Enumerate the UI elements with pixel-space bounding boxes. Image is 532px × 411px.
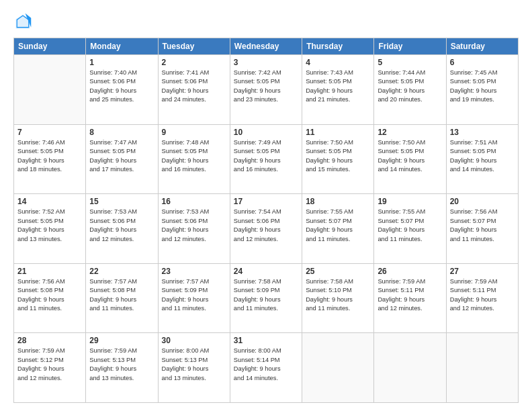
calendar-day-27: 27Sunrise: 7:59 AMSunset: 5:11 PMDayligh…: [446, 263, 518, 333]
day-info: Sunrise: 7:53 AMSunset: 5:06 PMDaylight:…: [89, 208, 154, 244]
day-number: 14: [17, 197, 82, 206]
empty-cell: [302, 333, 374, 403]
weekday-header-sunday: Sunday: [14, 38, 86, 55]
calendar-day-20: 20Sunrise: 7:56 AMSunset: 5:07 PMDayligh…: [446, 194, 518, 264]
day-number: 6: [450, 58, 515, 67]
day-number: 2: [162, 58, 226, 67]
calendar-day-25: 25Sunrise: 7:58 AMSunset: 5:10 PMDayligh…: [302, 263, 374, 333]
empty-cell: [374, 333, 446, 403]
day-info: Sunrise: 7:53 AMSunset: 5:06 PMDaylight:…: [162, 208, 226, 244]
calendar-day-8: 8Sunrise: 7:47 AMSunset: 5:05 PMDaylight…: [86, 124, 158, 194]
day-number: 31: [234, 336, 298, 345]
calendar-day-4: 4Sunrise: 7:43 AMSunset: 5:05 PMDaylight…: [302, 55, 374, 125]
weekday-header-tuesday: Tuesday: [158, 38, 230, 55]
day-info: Sunrise: 7:49 AMSunset: 5:05 PMDaylight:…: [234, 138, 298, 175]
calendar-week-row: 21Sunrise: 7:56 AMSunset: 5:08 PMDayligh…: [14, 263, 519, 333]
day-info: Sunrise: 7:59 AMSunset: 5:12 PMDaylight:…: [17, 347, 82, 383]
calendar-day-26: 26Sunrise: 7:59 AMSunset: 5:11 PMDayligh…: [374, 263, 446, 333]
calendar: SundayMondayTuesdayWednesdayThursdayFrid…: [13, 38, 519, 403]
day-info: Sunrise: 7:56 AMSunset: 5:08 PMDaylight:…: [17, 277, 82, 314]
day-number: 25: [306, 267, 370, 276]
day-number: 3: [234, 58, 298, 67]
day-info: Sunrise: 7:48 AMSunset: 5:05 PMDaylight:…: [162, 138, 226, 175]
calendar-day-10: 10Sunrise: 7:49 AMSunset: 5:05 PMDayligh…: [230, 124, 302, 194]
weekday-header-row: SundayMondayTuesdayWednesdayThursdayFrid…: [14, 38, 519, 55]
day-number: 4: [306, 58, 370, 67]
calendar-day-2: 2Sunrise: 7:41 AMSunset: 5:06 PMDaylight…: [158, 55, 230, 125]
day-info: Sunrise: 7:41 AMSunset: 5:06 PMDaylight:…: [162, 68, 226, 105]
calendar-day-17: 17Sunrise: 7:54 AMSunset: 5:06 PMDayligh…: [230, 194, 302, 264]
calendar-day-14: 14Sunrise: 7:52 AMSunset: 5:05 PMDayligh…: [14, 194, 86, 264]
day-info: Sunrise: 7:50 AMSunset: 5:05 PMDaylight:…: [378, 138, 442, 175]
day-info: Sunrise: 7:57 AMSunset: 5:08 PMDaylight:…: [89, 277, 154, 314]
calendar-day-29: 29Sunrise: 7:59 AMSunset: 5:13 PMDayligh…: [86, 333, 158, 403]
weekday-header-thursday: Thursday: [302, 38, 374, 55]
day-info: Sunrise: 7:46 AMSunset: 5:05 PMDaylight:…: [17, 138, 82, 175]
empty-cell: [14, 55, 86, 125]
day-info: Sunrise: 7:47 AMSunset: 5:05 PMDaylight:…: [89, 138, 154, 175]
day-info: Sunrise: 7:51 AMSunset: 5:05 PMDaylight:…: [450, 138, 515, 175]
calendar-day-9: 9Sunrise: 7:48 AMSunset: 5:05 PMDaylight…: [158, 124, 230, 194]
day-info: Sunrise: 7:52 AMSunset: 5:05 PMDaylight:…: [17, 208, 82, 244]
calendar-week-row: 7Sunrise: 7:46 AMSunset: 5:05 PMDaylight…: [14, 124, 519, 194]
day-info: Sunrise: 7:43 AMSunset: 5:05 PMDaylight:…: [306, 68, 370, 105]
day-number: 23: [162, 267, 226, 276]
day-number: 26: [378, 267, 442, 276]
weekday-header-friday: Friday: [374, 38, 446, 55]
day-number: 17: [234, 197, 298, 206]
day-number: 13: [450, 128, 515, 137]
calendar-day-19: 19Sunrise: 7:55 AMSunset: 5:07 PMDayligh…: [374, 194, 446, 264]
day-info: Sunrise: 7:40 AMSunset: 5:06 PMDaylight:…: [89, 68, 154, 105]
day-info: Sunrise: 7:59 AMSunset: 5:11 PMDaylight:…: [450, 277, 515, 314]
calendar-day-16: 16Sunrise: 7:53 AMSunset: 5:06 PMDayligh…: [158, 194, 230, 264]
day-info: Sunrise: 8:00 AMSunset: 5:13 PMDaylight:…: [162, 347, 226, 383]
day-number: 8: [89, 128, 154, 137]
day-info: Sunrise: 8:00 AMSunset: 5:14 PMDaylight:…: [234, 347, 298, 383]
day-number: 28: [17, 336, 82, 345]
day-number: 20: [450, 197, 515, 206]
calendar-day-6: 6Sunrise: 7:45 AMSunset: 5:05 PMDaylight…: [446, 55, 518, 125]
day-number: 11: [306, 128, 370, 137]
calendar-day-15: 15Sunrise: 7:53 AMSunset: 5:06 PMDayligh…: [86, 194, 158, 264]
day-info: Sunrise: 7:42 AMSunset: 5:05 PMDaylight:…: [234, 68, 298, 105]
calendar-day-3: 3Sunrise: 7:42 AMSunset: 5:05 PMDaylight…: [230, 55, 302, 125]
day-info: Sunrise: 7:44 AMSunset: 5:05 PMDaylight:…: [378, 68, 442, 105]
calendar-day-30: 30Sunrise: 8:00 AMSunset: 5:13 PMDayligh…: [158, 333, 230, 403]
day-number: 30: [162, 336, 226, 345]
day-number: 12: [378, 128, 442, 137]
day-number: 22: [89, 267, 154, 276]
day-info: Sunrise: 7:58 AMSunset: 5:09 PMDaylight:…: [234, 277, 298, 314]
empty-cell: [446, 333, 518, 403]
day-number: 1: [89, 58, 154, 67]
logo: [13, 12, 35, 31]
calendar-day-11: 11Sunrise: 7:50 AMSunset: 5:05 PMDayligh…: [302, 124, 374, 194]
calendar-day-28: 28Sunrise: 7:59 AMSunset: 5:12 PMDayligh…: [14, 333, 86, 403]
calendar-week-row: 1Sunrise: 7:40 AMSunset: 5:06 PMDaylight…: [14, 55, 519, 125]
day-info: Sunrise: 7:45 AMSunset: 5:05 PMDaylight:…: [450, 68, 515, 105]
day-number: 21: [17, 267, 82, 276]
logo-icon: [13, 12, 32, 31]
calendar-day-22: 22Sunrise: 7:57 AMSunset: 5:08 PMDayligh…: [86, 263, 158, 333]
day-info: Sunrise: 7:54 AMSunset: 5:06 PMDaylight:…: [234, 208, 298, 244]
calendar-week-row: 14Sunrise: 7:52 AMSunset: 5:05 PMDayligh…: [14, 194, 519, 264]
weekday-header-saturday: Saturday: [446, 38, 518, 55]
calendar-day-21: 21Sunrise: 7:56 AMSunset: 5:08 PMDayligh…: [14, 263, 86, 333]
day-info: Sunrise: 7:59 AMSunset: 5:11 PMDaylight:…: [378, 277, 442, 314]
calendar-day-18: 18Sunrise: 7:55 AMSunset: 5:07 PMDayligh…: [302, 194, 374, 264]
day-number: 7: [17, 128, 82, 137]
header: [13, 12, 519, 31]
day-number: 9: [162, 128, 226, 137]
day-number: 27: [450, 267, 515, 276]
day-info: Sunrise: 7:57 AMSunset: 5:09 PMDaylight:…: [162, 277, 226, 314]
day-info: Sunrise: 7:56 AMSunset: 5:07 PMDaylight:…: [450, 208, 515, 244]
day-number: 19: [378, 197, 442, 206]
calendar-day-12: 12Sunrise: 7:50 AMSunset: 5:05 PMDayligh…: [374, 124, 446, 194]
calendar-day-24: 24Sunrise: 7:58 AMSunset: 5:09 PMDayligh…: [230, 263, 302, 333]
day-number: 16: [162, 197, 226, 206]
calendar-day-31: 31Sunrise: 8:00 AMSunset: 5:14 PMDayligh…: [230, 333, 302, 403]
day-info: Sunrise: 7:59 AMSunset: 5:13 PMDaylight:…: [89, 347, 154, 383]
day-number: 29: [89, 336, 154, 345]
calendar-week-row: 28Sunrise: 7:59 AMSunset: 5:12 PMDayligh…: [14, 333, 519, 403]
calendar-day-7: 7Sunrise: 7:46 AMSunset: 5:05 PMDaylight…: [14, 124, 86, 194]
weekday-header-monday: Monday: [86, 38, 158, 55]
